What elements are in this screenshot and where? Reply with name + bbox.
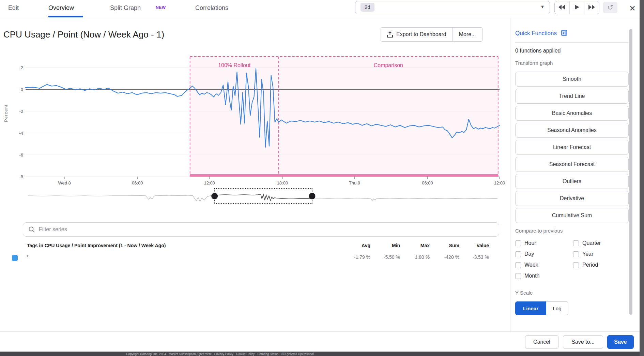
derivative-button[interactable]: Derivative (515, 191, 629, 206)
compare-label-hour: Hour (524, 240, 536, 246)
stat-column-avg[interactable]: Avg (341, 243, 370, 248)
seasonal-forecast-button[interactable]: Seasonal Forecast (515, 157, 629, 172)
stat-value-sum: -420 % (430, 254, 459, 260)
upload-icon (387, 31, 393, 38)
stat-column-sum[interactable]: Sum (430, 243, 459, 248)
tab-edit[interactable]: Edit (8, 3, 19, 13)
page-background-footer: Copyright Datadog, Inc. 2024 · Master Su… (0, 352, 644, 356)
compare-checkbox-year[interactable] (573, 251, 579, 257)
compare-row-quarter: Quarter (573, 239, 601, 248)
panel-expand-icon[interactable] (561, 30, 567, 38)
tab-overview[interactable]: Overview (48, 3, 74, 13)
close-button[interactable]: × (626, 1, 639, 15)
cancel-button[interactable]: Cancel (525, 335, 558, 349)
outliers-button[interactable]: Outliers (515, 174, 629, 189)
time-playback-controls (554, 1, 599, 14)
close-icon: × (629, 2, 635, 14)
compare-label-year: Year (582, 251, 593, 257)
stat-value-min: -5.50 % (370, 254, 400, 260)
svg-text:Thu 9: Thu 9 (349, 180, 360, 186)
new-badge: NEW (156, 5, 166, 10)
svg-text:-6: -6 (19, 152, 23, 158)
svg-text:06:00: 06:00 (422, 180, 433, 186)
compare-checkbox-hour[interactable] (515, 240, 521, 246)
compare-label-week: Week (524, 262, 538, 268)
compare-checkbox-month[interactable] (515, 273, 521, 279)
quick-functions-title[interactable]: Quick Functions (515, 30, 567, 38)
svg-text:2: 2 (21, 65, 23, 70)
linear-forecast-button[interactable]: Linear Forecast (515, 140, 629, 155)
stat-value-avg: -1.79 % (341, 254, 370, 260)
compare-to-previous-label: Compare to previous (515, 228, 563, 234)
compare-label-period: Period (582, 262, 598, 268)
svg-text:Comparison: Comparison (374, 62, 403, 68)
footer-divider (0, 331, 640, 332)
play-icon (575, 5, 579, 11)
tab-overview-underline (48, 16, 83, 17)
basic-anomalies-button[interactable]: Basic Anomalies (515, 106, 629, 121)
stat-value-max: 1.80 % (400, 254, 430, 260)
svg-text:-8: -8 (19, 174, 23, 179)
svg-text:06:00: 06:00 (132, 180, 143, 186)
svg-text:18:00: 18:00 (277, 180, 288, 186)
compare-checkbox-day[interactable] (515, 251, 521, 257)
compare-row-day: Day (515, 250, 539, 258)
stats-column-headers: AvgMinMaxSumValue (341, 243, 489, 248)
more-button[interactable]: More... (453, 28, 482, 41)
play-button[interactable] (570, 1, 585, 14)
compare-label-day: Day (524, 251, 534, 257)
compare-checkbox-quarter[interactable] (573, 240, 579, 246)
y-scale-linear-button[interactable]: Linear (515, 301, 546, 315)
undo-button[interactable]: ↺ (603, 2, 617, 13)
save-to-button[interactable]: Save to... (563, 335, 603, 349)
compare-row-hour: Hour (515, 239, 539, 248)
compare-label-month: Month (524, 273, 539, 279)
svg-text:0: 0 (21, 87, 23, 92)
time-range-chip[interactable]: 2d (361, 3, 374, 12)
compare-row-week: Week (515, 261, 539, 269)
rewind-icon (558, 5, 565, 11)
timeseries-chart[interactable]: 20-2-4-6-8Percent100% RolloutComparisonW… (0, 44, 510, 215)
compare-row-month: Month (515, 271, 539, 280)
panel-scrollbar[interactable] (629, 29, 632, 315)
footer-legal-text: Copyright Datadog, Inc. 2024 · Master Su… (126, 352, 314, 356)
compare-label-quarter: Quarter (582, 240, 601, 246)
chevron-down-icon[interactable]: ▾ (541, 3, 544, 10)
svg-text:-2: -2 (19, 109, 23, 114)
svg-text:100% Rollout: 100% Rollout (218, 62, 251, 68)
y-scale-label: Y Scale (515, 290, 533, 296)
divider (515, 42, 629, 43)
undo-icon: ↺ (607, 3, 613, 12)
panel-divider (510, 18, 510, 331)
quick-functions-label: Quick Functions (515, 30, 557, 36)
filter-series-input[interactable] (38, 226, 448, 233)
rewind-button[interactable] (555, 1, 570, 14)
tab-correlations[interactable]: Correlations (195, 3, 228, 13)
transform-buttons: SmoothTrend LineBasic AnomaliesSeasonal … (515, 72, 629, 225)
tab-split-graph[interactable]: Split Graph (110, 3, 141, 13)
svg-text:12:00: 12:00 (494, 180, 505, 186)
series-color-swatch (12, 255, 18, 261)
seasonal-anomalies-button[interactable]: Seasonal Anomalies (515, 123, 629, 138)
compare-checkbox-period[interactable] (573, 262, 579, 268)
fast-forward-button[interactable] (584, 1, 599, 14)
compare-checkbox-week[interactable] (515, 262, 521, 268)
cumulative-sum-button[interactable]: Cumulative Sum (515, 208, 629, 223)
functions-applied-status: 0 functions applied (515, 48, 561, 54)
page-scrollbar[interactable] (640, 0, 644, 356)
series-tag-label[interactable]: * (27, 254, 29, 259)
export-to-dashboard-button[interactable]: Export to Dashboard (381, 28, 453, 41)
stat-column-value[interactable]: Value (459, 243, 489, 248)
export-to-dashboard-label: Export to Dashboard (396, 31, 446, 38)
tags-table-header: Tags in CPU Usage / Point Improvement (1… (27, 243, 166, 248)
svg-text:12:00: 12:00 (204, 180, 215, 186)
graph-title: CPU Usage / Point (Now / Week Ago - 1) (3, 29, 164, 40)
time-range-input[interactable] (355, 1, 550, 14)
stat-column-min[interactable]: Min (370, 243, 400, 248)
stat-column-max[interactable]: Max (400, 243, 430, 248)
save-button[interactable]: Save (607, 335, 634, 349)
transform-graph-label: Transform graph (515, 60, 553, 66)
y-scale-log-button[interactable]: Log (546, 301, 568, 315)
smooth-button[interactable]: Smooth (515, 72, 629, 87)
trend-line-button[interactable]: Trend Line (515, 89, 629, 104)
